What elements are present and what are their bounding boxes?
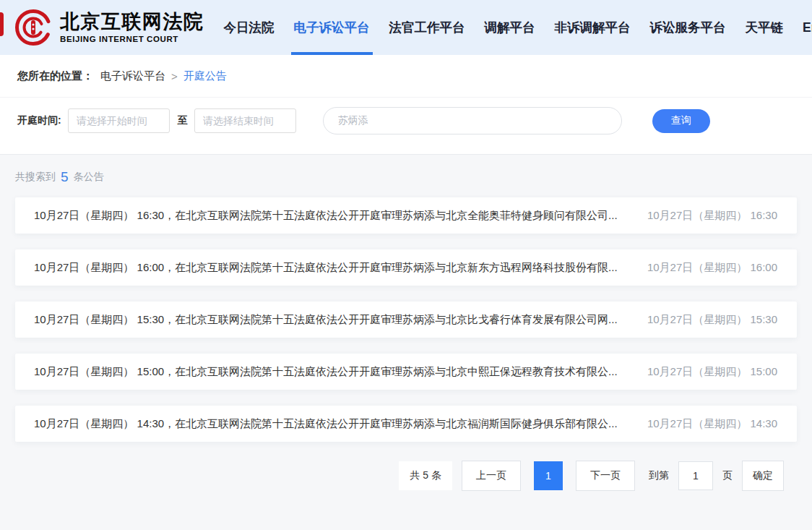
announcement-row[interactable]: 10月27日（星期四） 15:00，在北京互联网法院第十五法庭依法公开开庭审理苏… [15,354,797,390]
announcement-date: 10月27日（星期四） 16:00 [647,261,777,275]
court-emblem-icon [14,9,52,46]
announcement-row[interactable]: 10月27日（星期四） 14:30，在北京互联网法院第十五法庭依法公开开庭审理苏… [15,406,797,442]
announcement-date: 10月27日（星期四） 16:30 [647,209,777,223]
prev-page-button[interactable]: 上一页 [462,461,521,491]
search-button[interactable]: 查询 [652,109,710,133]
nav-item-non-litigation-mediation[interactable]: 非诉调解平台 [555,0,631,55]
announcement-row[interactable]: 10月27日（星期四） 15:30，在北京互联网法院第十五法庭依法公开开庭审理苏… [15,302,797,338]
breadcrumb: 您所在的位置： 电子诉讼平台 > 开庭公告 [0,55,812,98]
nav-item-litigation-service[interactable]: 诉讼服务平台 [650,0,726,55]
breadcrumb-parent-link[interactable]: 电子诉讼平台 [100,69,165,83]
announcement-text: 10月27日（星期四） 15:30，在北京互联网法院第十五法庭依法公开开庭审理苏… [34,313,618,327]
left-edge-decoration [0,12,4,36]
pagination: 共 5 条 上一页 1 下一页 到第 页 确定 [15,461,784,491]
hearing-time-label: 开庭时间: [17,114,61,127]
breadcrumb-current-link[interactable]: 开庭公告 [183,69,227,83]
pagination-total: 共 5 条 [399,461,452,490]
results-section: 共搜索到 5 条公告 10月27日（星期四） 16:30，在北京互联网法院第十五… [0,155,812,491]
nav-item-today-court[interactable]: 今日法院 [224,0,275,55]
page-number-1[interactable]: 1 [534,461,563,490]
end-time-input[interactable] [194,108,296,133]
announcement-text: 10月27日（星期四） 15:00，在北京互联网法院第十五法庭依法公开开庭审理苏… [34,365,618,379]
announcement-date: 10月27日（星期四） 15:00 [647,365,777,379]
header: 北京互联网法院 BEIJING INTERNET COURT 今日法院 电子诉讼… [0,0,812,55]
nav-item-judge-platform[interactable]: 法官工作平台 [389,0,465,55]
results-count: 5 [61,169,69,185]
nav-item-english[interactable]: English [803,0,812,55]
nav-item-e-litigation-platform[interactable]: 电子诉讼平台 [294,0,370,55]
announcement-date: 10月27日（星期四） 14:30 [647,417,777,431]
keyword-search-input[interactable] [323,107,622,134]
announcement-row[interactable]: 10月27日（星期四） 16:00，在北京互联网法院第十五法庭依法公开开庭审理苏… [15,249,797,286]
search-filter-bar: 开庭时间: 至 查询 [0,98,812,155]
page-unit-label: 页 [722,469,733,482]
goto-page-input[interactable] [678,461,713,490]
announcement-date: 10月27日（星期四） 15:30 [647,313,777,327]
announcement-text: 10月27日（星期四） 16:00，在北京互联网法院第十五法庭依法公开开庭审理苏… [34,261,618,275]
summary-prefix: 共搜索到 [15,171,56,184]
logo-title-en: BEIJING INTERNET COURT [60,35,204,43]
goto-confirm-button[interactable]: 确定 [742,461,784,491]
nav-item-tianping-chain[interactable]: 天平链 [746,0,784,55]
to-label: 至 [178,114,188,127]
goto-page-label: 到第 [649,469,669,482]
results-summary: 共搜索到 5 条公告 [15,155,797,197]
logo-text: 北京互联网法院 BEIJING INTERNET COURT [60,12,204,43]
breadcrumb-separator: > [171,70,178,82]
court-logo[interactable]: 北京互联网法院 BEIJING INTERNET COURT [14,9,204,46]
logo-title-cn: 北京互联网法院 [60,12,204,33]
breadcrumb-prefix: 您所在的位置： [17,69,93,83]
next-page-button[interactable]: 下一页 [576,461,635,491]
main-nav: 今日法院 电子诉讼平台 法官工作平台 调解平台 非诉调解平台 诉讼服务平台 天平… [204,0,812,55]
summary-suffix: 条公告 [74,171,104,184]
nav-item-mediation-platform[interactable]: 调解平台 [485,0,535,55]
announcement-text: 10月27日（星期四） 16:30，在北京互联网法院第十五法庭依法公开开庭审理苏… [34,209,618,223]
announcement-row[interactable]: 10月27日（星期四） 16:30，在北京互联网法院第十五法庭依法公开开庭审理苏… [15,197,797,234]
start-time-input[interactable] [68,108,170,133]
announcement-text: 10月27日（星期四） 14:30，在北京互联网法院第十五法庭依法公开开庭审理苏… [34,417,618,431]
